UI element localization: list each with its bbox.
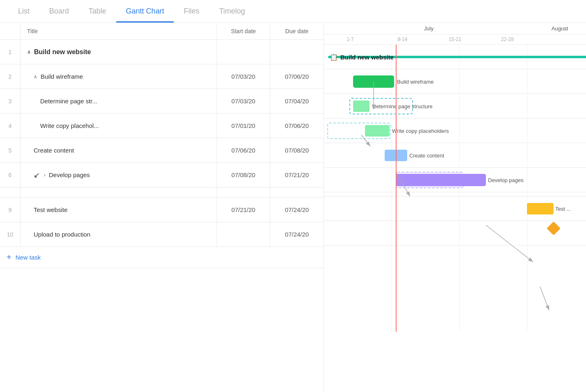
- table-row[interactable]: 2 ∧ Build wireframe 07/03/20 07/06/20: [0, 64, 324, 89]
- week-8-14: 8-14: [376, 34, 429, 44]
- row-number: 6: [0, 163, 21, 187]
- milestone-diamond: [547, 221, 561, 235]
- grid-line-3: [527, 45, 527, 332]
- week-aug: [534, 34, 586, 44]
- gantt-row-2: Determine page structure: [324, 94, 586, 119]
- tab-timelog[interactable]: Timelog: [209, 0, 255, 23]
- gantt-row-5: Develop pages: [324, 168, 586, 192]
- row-due-date: 07/24/20: [270, 222, 324, 246]
- tab-gantt[interactable]: Gantt Chart: [116, 0, 174, 23]
- chevron-down-icon: ∧: [34, 74, 37, 80]
- gantt-header: July August 1-7 8-14 15-21 22-28: [324, 23, 586, 45]
- tab-board[interactable]: Board: [39, 0, 79, 23]
- task-name: Create content: [34, 147, 74, 154]
- gantt-bar-test: [527, 203, 554, 214]
- svg-line-5: [540, 287, 549, 310]
- row-start-date: 07/01/20: [217, 114, 270, 138]
- gantt-bar-determine: [353, 100, 369, 112]
- gantt-bar-test-label: Test ...: [555, 205, 571, 212]
- row-due-date: 07/06/20: [270, 114, 324, 138]
- tab-bar: List Board Table Gantt Chart Files Timel…: [0, 0, 586, 23]
- new-task-row[interactable]: + New task: [0, 247, 324, 268]
- row-number: 5: [0, 138, 21, 162]
- gantt-bar-wireframe-label: Build wireframe: [397, 78, 434, 84]
- gantt-bar-wireframe: [353, 75, 394, 88]
- grid-line-2: [459, 45, 460, 332]
- gantt-row-4: Create content: [324, 143, 586, 168]
- row-number: 3: [0, 89, 21, 113]
- row-title: ∧ Build new website: [21, 40, 217, 64]
- project-name: Build new website: [340, 53, 394, 60]
- gantt-row-6: Test ...: [324, 196, 586, 221]
- row-title: [21, 187, 217, 197]
- month-july: July: [324, 23, 534, 34]
- tab-files[interactable]: Files: [174, 0, 209, 23]
- col-title-header: Title: [21, 23, 217, 39]
- project-label: 📋 Build new website: [330, 53, 394, 61]
- table-row[interactable]: 6 ↙ › Develop pages 07/08/20 07/21/20: [0, 163, 324, 187]
- gantt-row-3: Write copy placeholders: [324, 119, 586, 143]
- table-row-empty: [0, 187, 324, 198]
- gantt-bar-determine-label: Determine page structure: [372, 103, 433, 109]
- tab-table[interactable]: Table: [79, 0, 116, 23]
- row-due-date: [270, 187, 324, 197]
- table-row[interactable]: 5 Create content 07/06/20 07/08/20: [0, 138, 324, 163]
- table-row[interactable]: 3 Determine page str... 07/03/20 07/04/2…: [0, 89, 324, 114]
- task-name: Develop pages: [49, 171, 90, 178]
- table-row[interactable]: 1 ∧ Build new website: [0, 40, 324, 64]
- gantt-bar-develop: [396, 174, 486, 186]
- plus-icon: +: [7, 253, 11, 262]
- week-15-21: 15-21: [429, 34, 481, 44]
- row-start-date: 07/03/20: [217, 89, 270, 113]
- task-name: Upload to production: [34, 231, 90, 238]
- row-title: ∧ Build wireframe: [21, 64, 217, 89]
- row-title: Determine page str...: [21, 89, 217, 113]
- row-start-date: 07/03/20: [217, 64, 270, 89]
- gantt-row-0: 📋 Build new website: [324, 45, 586, 69]
- row-title: Upload to production: [21, 222, 217, 246]
- gantt-bar-content-label: Create content: [409, 152, 444, 158]
- month-august: August: [534, 23, 586, 34]
- tab-list[interactable]: List: [8, 0, 39, 23]
- row-start-date: 07/06/20: [217, 138, 270, 162]
- row-due-date: 07/04/20: [270, 89, 324, 113]
- chevron-down-icon: ∧: [27, 49, 31, 55]
- new-task-label: New task: [16, 254, 41, 261]
- task-name: Build new website: [34, 48, 91, 56]
- gantt-row-spacer: [324, 192, 586, 196]
- row-due-date: [270, 40, 324, 64]
- row-due-date: 07/08/20: [270, 138, 324, 162]
- gantt-bar-develop-label: Develop pages: [488, 177, 524, 183]
- row-title: ↙ › Develop pages: [21, 163, 217, 187]
- row-start-date: 07/08/20: [217, 163, 270, 187]
- table-panel: Title Start date Due date 1 ∧ Build new …: [0, 23, 324, 392]
- row-start-date: 07/21/20: [217, 198, 270, 222]
- row-number: 2: [0, 64, 21, 89]
- row-due-date: 07/06/20: [270, 64, 324, 89]
- gantt-weeks: 1-7 8-14 15-21 22-28: [324, 34, 586, 44]
- grid-line-1: [392, 45, 392, 332]
- drag-cursor-icon: ↙: [34, 171, 40, 180]
- row-number: [0, 187, 21, 197]
- row-start-date: [217, 222, 270, 246]
- row-number: 1: [0, 40, 21, 64]
- task-name: Test website: [34, 206, 68, 213]
- table-row[interactable]: 4 Write copy placehol... 07/01/20 07/06/…: [0, 114, 324, 138]
- row-title: Test website: [21, 198, 217, 222]
- task-name: Determine page str...: [40, 98, 97, 105]
- row-due-date: 07/21/20: [270, 163, 324, 187]
- gantt-months: July August: [324, 23, 586, 34]
- empty-area: [0, 268, 324, 392]
- gantt-row-7: [324, 221, 586, 246]
- gantt-body: 📋 Build new website Build wireframe: [324, 45, 586, 392]
- chevron-right-icon: ›: [44, 172, 46, 178]
- week-22-28: 22-28: [481, 34, 534, 44]
- table-row[interactable]: 10 Upload to production 07/24/20: [0, 222, 324, 247]
- table-row[interactable]: 9 Test website 07/21/20 07/24/20: [0, 198, 324, 222]
- clipboard-icon: 📋: [330, 53, 338, 61]
- gantt-row-1: Build wireframe: [324, 69, 586, 94]
- row-number: 9: [0, 198, 21, 222]
- col-start-header: Start date: [217, 23, 270, 39]
- row-start-date: [217, 40, 270, 64]
- row-title: Write copy placehol...: [21, 114, 217, 138]
